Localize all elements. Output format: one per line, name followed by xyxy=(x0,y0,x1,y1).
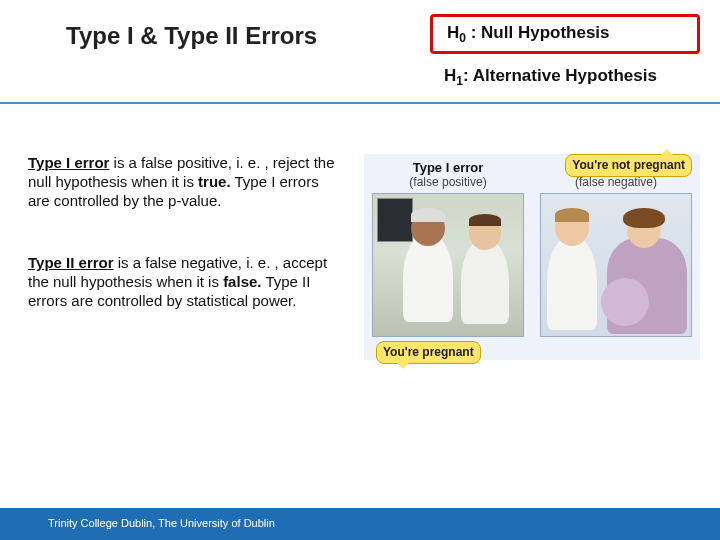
left-caption-sub: (false positive) xyxy=(409,175,486,189)
slide-title: Type I & Type II Errors xyxy=(0,14,350,50)
h0-prefix: H xyxy=(447,23,459,42)
h1-text: : Alternative Hypothesis xyxy=(463,66,657,85)
doctor3-hair xyxy=(555,208,589,222)
h1-prefix: H xyxy=(444,66,456,85)
doctor2-body xyxy=(461,238,509,324)
image-column: Type I error (false positive) You're pre… xyxy=(338,154,710,360)
text-column: Type I error is a false positive, i. e. … xyxy=(28,154,338,360)
h1-subscript: 1 xyxy=(456,75,463,89)
type1-lead: Type I error xyxy=(28,154,109,171)
type2-false: false. xyxy=(223,273,261,290)
footer-text: Trinity College Dublin, The University o… xyxy=(48,517,275,529)
left-caption-title: Type I error xyxy=(413,160,484,175)
h0-subscript: 0 xyxy=(459,31,466,45)
type1-true: true. xyxy=(198,173,231,190)
xray-prop xyxy=(377,198,413,242)
doctor1-hair xyxy=(411,208,445,222)
null-hypothesis-box: H0 : Null Hypothesis xyxy=(430,14,700,54)
illustration-right: Type II error (false negative) You're no… xyxy=(532,154,700,360)
h0-text: : Null Hypothesis xyxy=(466,23,610,42)
type2-paragraph: Type II error is a false negative, i. e.… xyxy=(28,254,338,310)
hypothesis-column: H0 : Null Hypothesis H1: Alternative Hyp… xyxy=(350,14,720,93)
patient-belly xyxy=(601,278,649,326)
illustration-left: Type I error (false positive) You're pre… xyxy=(364,154,532,360)
doctor3-body xyxy=(547,234,597,330)
main-content: Type I error is a false positive, i. e. … xyxy=(0,104,720,360)
right-caption-sub: (false negative) xyxy=(575,175,657,189)
type1-paragraph: Type I error is a false positive, i. e. … xyxy=(28,154,338,210)
speech-bubble-left: You're pregnant xyxy=(376,341,481,364)
illustration-panel: Type I error (false positive) You're pre… xyxy=(364,154,700,360)
alt-hypothesis-line: H1: Alternative Hypothesis xyxy=(430,64,714,92)
header: Type I & Type II Errors H0 : Null Hypoth… xyxy=(0,0,720,104)
speech-bubble-right: You're not pregnant xyxy=(565,154,692,177)
scene-type1 xyxy=(372,193,524,337)
scene-type2 xyxy=(540,193,692,337)
doctor2-hair xyxy=(469,214,501,226)
patient-hair xyxy=(623,208,665,228)
type2-lead: Type II error xyxy=(28,254,114,271)
footer-bar: Trinity College Dublin, The University o… xyxy=(0,508,720,540)
